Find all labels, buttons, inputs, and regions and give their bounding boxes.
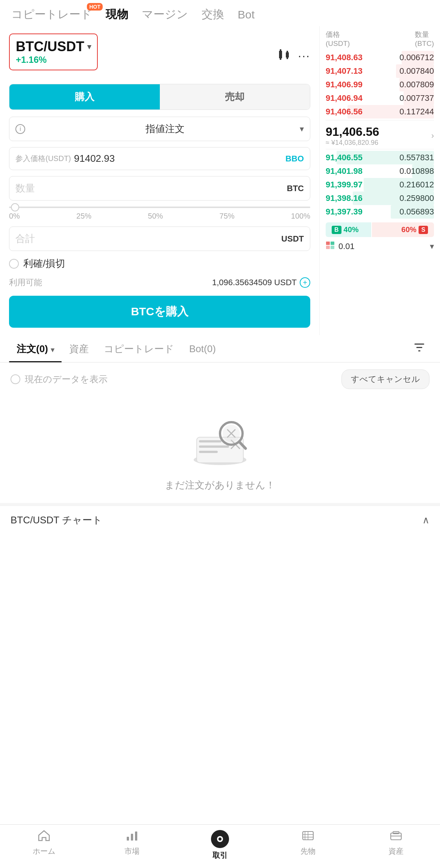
- bs-sell: 60% S: [372, 222, 434, 237]
- svg-rect-6: [326, 242, 330, 245]
- precision-row[interactable]: 0.01 ▾: [326, 241, 434, 252]
- svg-rect-1: [280, 49, 281, 51]
- ob-ask-row: 91,406.94 0.007737: [326, 91, 434, 105]
- mid-price-jpy: ≈ ¥14,036,820.96: [326, 139, 379, 147]
- orderbook-panel: 価格 (USDT) 数量 (BTC) 91,408.63 0.006712 91…: [320, 26, 440, 335]
- svg-rect-27: [135, 832, 137, 841]
- nav-trade-label: 取引: [212, 850, 228, 860]
- svg-rect-0: [279, 51, 282, 58]
- chart-title: BTC/USDT チャート: [11, 514, 102, 527]
- market-icon: [126, 830, 138, 844]
- ticker-dropdown-arrow: ▾: [87, 42, 91, 51]
- cancel-all-button[interactable]: すべてキャンセル: [341, 369, 429, 389]
- order-type-dropdown-arrow: ▾: [300, 124, 304, 134]
- total-input-row[interactable]: 合計 USDT: [9, 227, 310, 251]
- svg-rect-15: [199, 440, 222, 442]
- bbo-button[interactable]: BBO: [285, 154, 304, 164]
- empty-state: まだ注文がありません！: [0, 396, 440, 503]
- main-content: BTC/USDT ▾ +1.16%: [0, 26, 440, 335]
- more-options-icon[interactable]: ···: [298, 49, 310, 63]
- hot-badge: HOT: [87, 3, 103, 11]
- qty-input-row[interactable]: 数量 BTC: [9, 176, 310, 201]
- svg-point-29: [218, 838, 222, 841]
- empty-icon: [182, 411, 258, 471]
- tab-bot[interactable]: Bot(0): [182, 336, 223, 361]
- precision-value: 0.01: [338, 242, 426, 251]
- nav-margin[interactable]: マージン: [142, 7, 188, 22]
- header-row: BTC/USDT ▾ +1.16%: [9, 33, 310, 78]
- ticker-box[interactable]: BTC/USDT ▾ +1.16%: [9, 33, 98, 70]
- filter-icon[interactable]: [408, 335, 431, 362]
- nav-assets[interactable]: 資産: [377, 830, 415, 860]
- ob-ask-row: 91,406.56 0.117244: [326, 105, 434, 119]
- filter-row: 現在のデータを表示 すべてキャンセル: [0, 363, 440, 396]
- tab-copy-trade[interactable]: コピートレード: [96, 336, 182, 362]
- nav-bot[interactable]: Bot: [238, 8, 255, 21]
- ob-qty-sub-header: (BTC): [415, 40, 434, 48]
- filter-left: 現在のデータを表示: [11, 373, 108, 385]
- add-funds-button[interactable]: +: [300, 277, 310, 288]
- tpsl-row[interactable]: 利確/損切: [9, 257, 310, 270]
- assets-icon: [390, 830, 402, 844]
- slider-thumb[interactable]: [11, 203, 19, 211]
- nav-home-label: ホーム: [33, 846, 55, 856]
- ob-ask-row: 91,407.13 0.007840: [326, 64, 434, 78]
- buy-button[interactable]: BTCを購入: [9, 296, 310, 328]
- available-value: 1,096.35634509 USDT +: [212, 277, 310, 288]
- ob-bid-price-5: 91,397.39: [326, 207, 363, 217]
- top-nav: コピートレード HOT 現物 マージン 交換 Bot: [0, 0, 440, 26]
- svg-rect-10: [414, 344, 424, 345]
- nav-trade[interactable]: 取引: [201, 830, 239, 860]
- orderbook-type-icon: [326, 241, 335, 252]
- ob-bid-row: 91,399.97 0.216012: [326, 178, 434, 192]
- nav-copy-trade[interactable]: コピートレード HOT: [11, 7, 92, 22]
- mid-price: 91,406.56: [326, 125, 379, 139]
- bs-buy: B 40%: [326, 222, 371, 237]
- ob-bid-price-3: 91,399.97: [326, 180, 363, 190]
- nav-home[interactable]: ホーム: [25, 830, 63, 860]
- ob-bid-row: 91,406.55 0.557831: [326, 151, 434, 164]
- precision-dropdown[interactable]: ▾: [430, 242, 434, 251]
- ob-ask-price-2: 91,407.13: [326, 66, 363, 76]
- candlestick-icon[interactable]: [278, 49, 291, 63]
- ob-asks: 91,408.63 0.006712 91,407.13 0.007840 91…: [326, 51, 434, 119]
- nav-futures-label: 先物: [300, 846, 316, 856]
- nav-spot[interactable]: 現物: [106, 7, 128, 22]
- slider-track: [9, 207, 310, 208]
- chart-toggle-icon[interactable]: ∧: [422, 514, 429, 526]
- home-icon: [38, 830, 50, 844]
- qty-placeholder: 数量: [15, 182, 287, 195]
- qty-slider[interactable]: [9, 207, 310, 208]
- qty-suffix: BTC: [287, 184, 304, 193]
- price-value: 91402.93: [74, 153, 285, 164]
- tab-orders[interactable]: 注文(0) ▾: [9, 336, 62, 362]
- nav-futures[interactable]: 先物: [289, 830, 327, 860]
- tpsl-label: 利確/損切: [23, 257, 65, 270]
- nav-exchange[interactable]: 交換: [202, 7, 224, 22]
- ob-price-sub-header: (USDT): [326, 40, 350, 48]
- ob-ask-row: 91,406.99 0.007809: [326, 78, 434, 91]
- futures-icon: [302, 830, 314, 844]
- price-input-row[interactable]: 参入価格(USDT) 91402.93 BBO: [9, 147, 310, 170]
- order-type-selector[interactable]: i 指値注文 ▾: [9, 117, 310, 141]
- svg-rect-5: [287, 58, 288, 59]
- nav-market-label: 市場: [124, 846, 140, 856]
- ticker-pair: BTC/USDT ▾: [16, 39, 91, 55]
- svg-rect-9: [331, 246, 334, 249]
- chart-section[interactable]: BTC/USDT チャート ∧: [0, 503, 440, 534]
- available-row: 利用可能 1,096.35634509 USDT +: [9, 277, 310, 288]
- tpsl-radio[interactable]: [9, 259, 19, 269]
- tab-assets[interactable]: 資産: [62, 336, 96, 362]
- buy-sell-tabs: 購入 売却: [9, 84, 310, 110]
- mid-price-row[interactable]: 91,406.56 ≈ ¥14,036,820.96 ›: [326, 120, 434, 149]
- ob-bid-row: 91,401.98 0.010898: [326, 164, 434, 178]
- orders-dropdown-arrow: ▾: [51, 346, 54, 354]
- nav-market[interactable]: 市場: [113, 830, 151, 860]
- sell-tab[interactable]: 売却: [160, 84, 310, 109]
- current-data-radio[interactable]: [11, 374, 20, 384]
- bs-ratio-row: B 40% 60% S: [326, 222, 434, 237]
- b-tag: B: [332, 226, 341, 234]
- buy-tab[interactable]: 購入: [9, 84, 160, 109]
- available-label: 利用可能: [9, 277, 42, 288]
- ob-header: 価格 (USDT) 数量 (BTC): [326, 30, 434, 48]
